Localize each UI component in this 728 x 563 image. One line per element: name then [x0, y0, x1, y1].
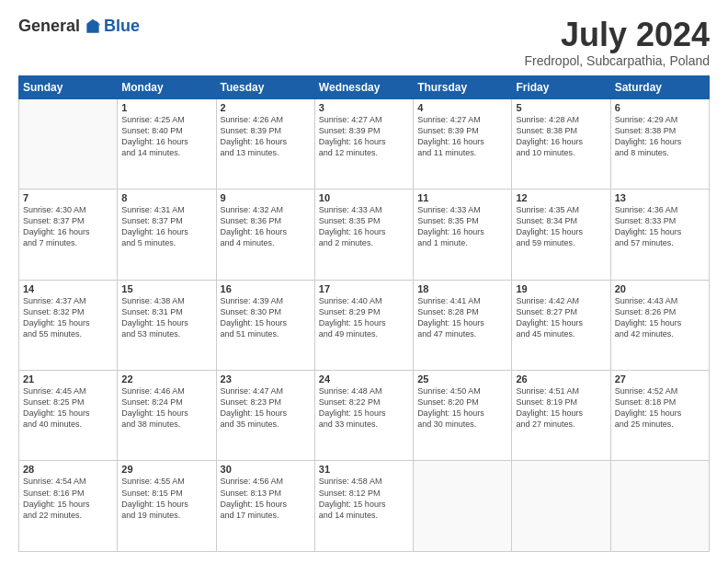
- table-row: 6Sunrise: 4:29 AM Sunset: 8:38 PM Daylig…: [610, 98, 709, 189]
- day-info: Sunrise: 4:55 AM Sunset: 8:15 PM Dayligh…: [121, 476, 211, 521]
- table-row: 22Sunrise: 4:46 AM Sunset: 8:24 PM Dayli…: [118, 371, 216, 461]
- day-number: 4: [417, 102, 507, 113]
- header-sunday: Sunday: [19, 75, 118, 98]
- table-row: 30Sunrise: 4:56 AM Sunset: 8:13 PM Dayli…: [216, 461, 314, 552]
- table-row: 19Sunrise: 4:42 AM Sunset: 8:27 PM Dayli…: [512, 280, 610, 370]
- table-row: 7Sunrise: 4:30 AM Sunset: 8:37 PM Daylig…: [19, 190, 118, 280]
- table-row: [610, 461, 709, 552]
- day-number: 7: [23, 192, 113, 203]
- title-section: July 2024 Fredropol, Subcarpathia, Polan…: [524, 17, 710, 68]
- table-row: 28Sunrise: 4:54 AM Sunset: 8:16 PM Dayli…: [19, 461, 118, 552]
- day-number: 16: [221, 283, 311, 294]
- day-number: 23: [221, 373, 311, 385]
- weekday-header-row: Sunday Monday Tuesday Wednesday Thursday…: [19, 75, 710, 98]
- table-row: 4Sunrise: 4:27 AM Sunset: 8:39 PM Daylig…: [414, 98, 512, 189]
- day-info: Sunrise: 4:27 AM Sunset: 8:39 PM Dayligh…: [417, 114, 507, 159]
- day-number: 26: [516, 373, 606, 385]
- table-row: 1Sunrise: 4:25 AM Sunset: 8:40 PM Daylig…: [118, 98, 216, 189]
- table-row: 27Sunrise: 4:52 AM Sunset: 8:18 PM Dayli…: [610, 371, 709, 461]
- header-monday: Monday: [118, 75, 216, 98]
- table-row: [414, 461, 512, 552]
- logo: General Blue: [18, 17, 140, 36]
- day-info: Sunrise: 4:33 AM Sunset: 8:35 PM Dayligh…: [417, 204, 507, 249]
- day-info: Sunrise: 4:56 AM Sunset: 8:13 PM Dayligh…: [221, 476, 311, 521]
- day-info: Sunrise: 4:51 AM Sunset: 8:19 PM Dayligh…: [516, 385, 606, 431]
- day-number: 18: [417, 283, 507, 294]
- table-row: 25Sunrise: 4:50 AM Sunset: 8:20 PM Dayli…: [414, 371, 512, 461]
- day-info: Sunrise: 4:25 AM Sunset: 8:40 PM Dayligh…: [121, 114, 211, 159]
- day-info: Sunrise: 4:35 AM Sunset: 8:34 PM Dayligh…: [516, 204, 606, 249]
- table-row: 24Sunrise: 4:48 AM Sunset: 8:22 PM Dayli…: [314, 371, 413, 461]
- day-number: 24: [319, 373, 409, 385]
- table-row: 3Sunrise: 4:27 AM Sunset: 8:39 PM Daylig…: [314, 98, 413, 189]
- day-number: 27: [615, 373, 705, 385]
- day-number: 6: [615, 102, 705, 113]
- day-info: Sunrise: 4:27 AM Sunset: 8:39 PM Dayligh…: [319, 114, 409, 159]
- logo-general-text: General: [18, 17, 80, 36]
- month-title: July 2024: [524, 17, 710, 53]
- day-number: 2: [221, 102, 311, 113]
- day-info: Sunrise: 4:36 AM Sunset: 8:33 PM Dayligh…: [615, 204, 705, 249]
- calendar-body: 1Sunrise: 4:25 AM Sunset: 8:40 PM Daylig…: [19, 98, 710, 551]
- header-friday: Friday: [512, 75, 610, 98]
- day-number: 21: [23, 373, 113, 385]
- header-saturday: Saturday: [610, 75, 709, 98]
- day-number: 19: [516, 283, 606, 294]
- table-row: 14Sunrise: 4:37 AM Sunset: 8:32 PM Dayli…: [19, 280, 118, 370]
- day-number: 28: [23, 464, 113, 475]
- day-number: 14: [23, 283, 113, 294]
- page: General Blue July 2024 Fredropol, Subcar…: [0, 0, 728, 563]
- table-row: 21Sunrise: 4:45 AM Sunset: 8:25 PM Dayli…: [19, 371, 118, 461]
- table-row: 16Sunrise: 4:39 AM Sunset: 8:30 PM Dayli…: [216, 280, 314, 370]
- day-number: 8: [121, 192, 211, 203]
- day-info: Sunrise: 4:52 AM Sunset: 8:18 PM Dayligh…: [615, 385, 705, 431]
- day-info: Sunrise: 4:37 AM Sunset: 8:32 PM Dayligh…: [23, 295, 113, 340]
- table-row: 12Sunrise: 4:35 AM Sunset: 8:34 PM Dayli…: [512, 190, 610, 280]
- day-info: Sunrise: 4:58 AM Sunset: 8:12 PM Dayligh…: [319, 476, 409, 521]
- day-number: 13: [615, 192, 705, 203]
- day-info: Sunrise: 4:45 AM Sunset: 8:25 PM Dayligh…: [23, 385, 113, 431]
- table-row: 9Sunrise: 4:32 AM Sunset: 8:36 PM Daylig…: [216, 190, 314, 280]
- table-row: 10Sunrise: 4:33 AM Sunset: 8:35 PM Dayli…: [314, 190, 413, 280]
- table-row: 20Sunrise: 4:43 AM Sunset: 8:26 PM Dayli…: [610, 280, 709, 370]
- table-row: 8Sunrise: 4:31 AM Sunset: 8:37 PM Daylig…: [118, 190, 216, 280]
- day-info: Sunrise: 4:38 AM Sunset: 8:31 PM Dayligh…: [121, 295, 211, 340]
- day-number: 10: [319, 192, 409, 203]
- table-row: [512, 461, 610, 552]
- day-info: Sunrise: 4:30 AM Sunset: 8:37 PM Dayligh…: [23, 204, 113, 249]
- table-row: 18Sunrise: 4:41 AM Sunset: 8:28 PM Dayli…: [414, 280, 512, 370]
- table-row: 23Sunrise: 4:47 AM Sunset: 8:23 PM Dayli…: [216, 371, 314, 461]
- table-row: 17Sunrise: 4:40 AM Sunset: 8:29 PM Dayli…: [314, 280, 413, 370]
- day-number: 22: [121, 373, 211, 385]
- day-number: 5: [516, 102, 606, 113]
- day-number: 20: [615, 283, 705, 294]
- day-info: Sunrise: 4:43 AM Sunset: 8:26 PM Dayligh…: [615, 295, 705, 340]
- day-info: Sunrise: 4:41 AM Sunset: 8:28 PM Dayligh…: [417, 295, 507, 340]
- day-number: 1: [121, 102, 211, 113]
- day-number: 11: [417, 192, 507, 203]
- day-info: Sunrise: 4:33 AM Sunset: 8:35 PM Dayligh…: [319, 204, 409, 249]
- header-tuesday: Tuesday: [216, 75, 314, 98]
- table-row: [19, 98, 118, 189]
- day-info: Sunrise: 4:26 AM Sunset: 8:39 PM Dayligh…: [221, 114, 311, 159]
- day-number: 25: [417, 373, 507, 385]
- day-info: Sunrise: 4:48 AM Sunset: 8:22 PM Dayligh…: [319, 385, 409, 431]
- day-number: 29: [121, 464, 211, 475]
- day-number: 9: [221, 192, 311, 203]
- day-info: Sunrise: 4:42 AM Sunset: 8:27 PM Dayligh…: [516, 295, 606, 340]
- day-info: Sunrise: 4:54 AM Sunset: 8:16 PM Dayligh…: [23, 476, 113, 521]
- calendar-header: Sunday Monday Tuesday Wednesday Thursday…: [19, 75, 710, 98]
- table-row: 13Sunrise: 4:36 AM Sunset: 8:33 PM Dayli…: [610, 190, 709, 280]
- day-info: Sunrise: 4:28 AM Sunset: 8:38 PM Dayligh…: [516, 114, 606, 159]
- table-row: 15Sunrise: 4:38 AM Sunset: 8:31 PM Dayli…: [118, 280, 216, 370]
- day-info: Sunrise: 4:46 AM Sunset: 8:24 PM Dayligh…: [121, 385, 211, 431]
- table-row: 5Sunrise: 4:28 AM Sunset: 8:38 PM Daylig…: [512, 98, 610, 189]
- logo-blue-text: Blue: [104, 17, 140, 36]
- day-number: 17: [319, 283, 409, 294]
- logo-icon: [84, 17, 102, 36]
- table-row: 26Sunrise: 4:51 AM Sunset: 8:19 PM Dayli…: [512, 371, 610, 461]
- day-info: Sunrise: 4:40 AM Sunset: 8:29 PM Dayligh…: [319, 295, 409, 340]
- day-number: 30: [221, 464, 311, 475]
- table-row: 2Sunrise: 4:26 AM Sunset: 8:39 PM Daylig…: [216, 98, 314, 189]
- day-info: Sunrise: 4:50 AM Sunset: 8:20 PM Dayligh…: [417, 385, 507, 431]
